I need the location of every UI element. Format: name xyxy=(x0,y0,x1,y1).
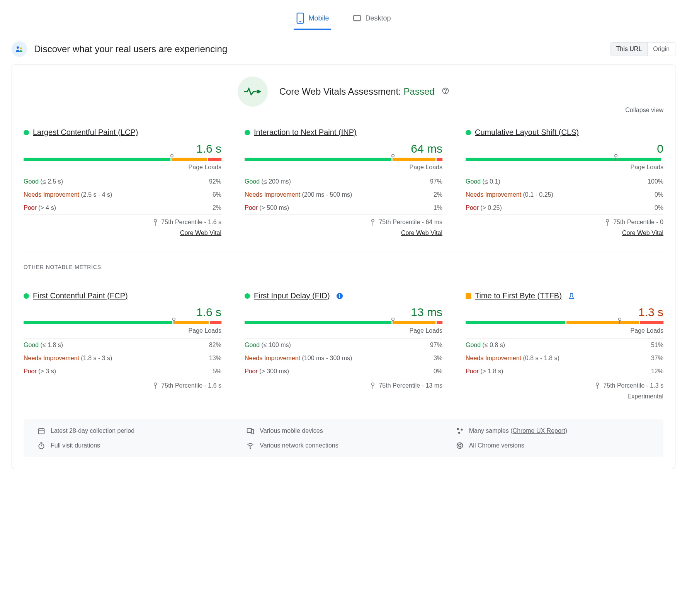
metric-name-ttfb[interactable]: Time to First Byte (TTFB) xyxy=(475,291,562,300)
metric-value-lcp: 1.6 s xyxy=(24,142,221,155)
percentile-foot: 75th Percentile - 0 xyxy=(466,214,663,226)
page-loads-label: Page Loads xyxy=(24,164,221,171)
metric-name-fid[interactable]: First Input Delay (FID) xyxy=(254,291,330,300)
chrome-icon xyxy=(456,442,464,449)
divider xyxy=(24,252,663,252)
svg-point-46 xyxy=(458,432,460,434)
dist-ni-seg xyxy=(172,158,207,161)
dist-poor-seg xyxy=(208,158,221,161)
scope-origin[interactable]: Origin xyxy=(647,43,675,56)
status-dot xyxy=(466,130,471,135)
metric-name-cls[interactable]: Cumulative Layout Shift (CLS) xyxy=(475,128,579,137)
svg-point-16 xyxy=(372,220,374,222)
distribution-bar xyxy=(245,158,442,161)
metric-value-cls: 0 xyxy=(466,142,663,155)
distribution-bar xyxy=(24,321,221,324)
distribution-bar xyxy=(245,321,442,324)
footer-period: Latest 28-day collection period xyxy=(37,427,231,435)
tab-desktop[interactable]: Desktop xyxy=(350,8,393,30)
percentile-foot: 75th Percentile - 13 ms xyxy=(245,378,442,389)
svg-point-34 xyxy=(619,318,621,321)
svg-point-22 xyxy=(173,318,175,321)
tab-desktop-label: Desktop xyxy=(365,14,391,22)
dist-poor-seg xyxy=(640,321,663,324)
percentile-pin xyxy=(171,317,177,324)
percentile-pin xyxy=(613,154,619,161)
dist-ni-seg xyxy=(173,321,209,324)
page-loads-label: Page Loads xyxy=(466,164,663,171)
core-web-vital-link[interactable]: Core Web Vital xyxy=(180,230,221,236)
devices-icon xyxy=(247,427,254,435)
percentile-pin xyxy=(390,154,396,161)
calendar-icon xyxy=(37,427,45,435)
svg-point-10 xyxy=(171,155,173,157)
svg-point-14 xyxy=(392,155,395,157)
metric-value-ttfb: 1.3 s xyxy=(466,306,663,319)
metric-ttfb: Time to First Byte (TTFB) 1.3 s Page Loa… xyxy=(466,291,663,400)
percentile-foot: 75th Percentile - 1.6 s xyxy=(24,378,221,389)
svg-point-9 xyxy=(446,92,446,93)
status-dot xyxy=(24,130,29,135)
svg-point-12 xyxy=(154,220,157,222)
collapse-view[interactable]: Collapse view xyxy=(625,107,663,114)
core-web-vital-link[interactable]: Core Web Vital xyxy=(401,230,442,236)
footer-chrome: All Chrome versions xyxy=(456,442,650,449)
desktop-icon xyxy=(353,12,361,24)
distribution-bar xyxy=(24,158,221,161)
status-dot xyxy=(24,293,29,299)
svg-point-24 xyxy=(154,383,157,386)
percentile-pin xyxy=(169,154,175,161)
scope-this-url[interactable]: This URL xyxy=(611,43,648,56)
dist-ni-seg xyxy=(393,158,435,161)
dist-poor-seg xyxy=(437,158,442,161)
help-icon[interactable] xyxy=(442,87,449,95)
metric-fid: First Input Delay (FID) 13 ms Page Loads… xyxy=(245,291,442,400)
field-data-card: Core Web Vitals Assessment: Passed Colla… xyxy=(12,65,675,469)
dist-ni-seg xyxy=(393,321,435,324)
percentile-foot: 75th Percentile - 64 ms xyxy=(245,214,442,226)
status-dot xyxy=(245,130,250,135)
footer-samples: Many samples (Chrome UX Report) xyxy=(456,427,650,435)
percentile-pin xyxy=(617,317,622,324)
dist-good-seg xyxy=(466,158,661,161)
svg-point-36 xyxy=(596,383,599,386)
svg-rect-27 xyxy=(339,295,340,298)
flask-icon[interactable] xyxy=(568,293,575,299)
core-web-vital-link[interactable]: Core Web Vital xyxy=(622,230,663,236)
dist-ni-seg xyxy=(566,321,639,324)
samples-icon xyxy=(456,427,464,435)
metric-name-fcp[interactable]: First Contentful Paint (FCP) xyxy=(33,291,128,300)
metric-name-lcp[interactable]: Largest Contentful Paint (LCP) xyxy=(33,128,138,137)
page-title: Discover what your real users are experi… xyxy=(34,44,227,54)
crux-link[interactable]: Chrome UX Report xyxy=(513,427,565,434)
dist-good-seg xyxy=(24,321,172,324)
stopwatch-icon xyxy=(37,442,45,449)
footer-durations: Full visit durations xyxy=(37,442,231,449)
metric-lcp: Largest Contentful Paint (LCP) 1.6 s Pag… xyxy=(24,128,221,237)
pulse-icon xyxy=(238,77,268,107)
tab-mobile[interactable]: Mobile xyxy=(294,8,331,30)
svg-point-45 xyxy=(461,429,463,431)
experimental-label: Experimental xyxy=(466,393,663,400)
page-loads-label: Page Loads xyxy=(245,164,442,171)
other-metrics-heading: OTHER NOTABLE METRICS xyxy=(24,264,663,270)
mobile-icon xyxy=(296,12,304,24)
dist-good-seg xyxy=(466,321,565,324)
footer-devices: Various mobile devices xyxy=(247,427,440,435)
svg-point-5 xyxy=(20,48,22,49)
distribution-bar xyxy=(466,321,663,324)
info-icon[interactable] xyxy=(336,293,343,299)
svg-point-44 xyxy=(457,428,459,430)
footer-info: Latest 28-day collection period Various … xyxy=(24,419,663,457)
dist-good-seg xyxy=(24,158,170,161)
metric-cls: Cumulative Layout Shift (CLS) 0 Page Loa… xyxy=(466,128,663,237)
page-loads-label: Page Loads xyxy=(24,327,221,334)
svg-point-29 xyxy=(392,318,395,321)
dist-poor-seg xyxy=(437,321,442,324)
percentile-foot: 75th Percentile - 1.3 s xyxy=(466,378,663,389)
device-tabs: Mobile Desktop xyxy=(12,0,675,30)
scope-segmented: This URL Origin xyxy=(610,42,675,56)
metric-fcp: First Contentful Paint (FCP) 1.6 s Page … xyxy=(24,291,221,400)
dist-good-seg xyxy=(245,158,391,161)
metric-name-inp[interactable]: Interaction to Next Paint (INP) xyxy=(254,128,357,137)
